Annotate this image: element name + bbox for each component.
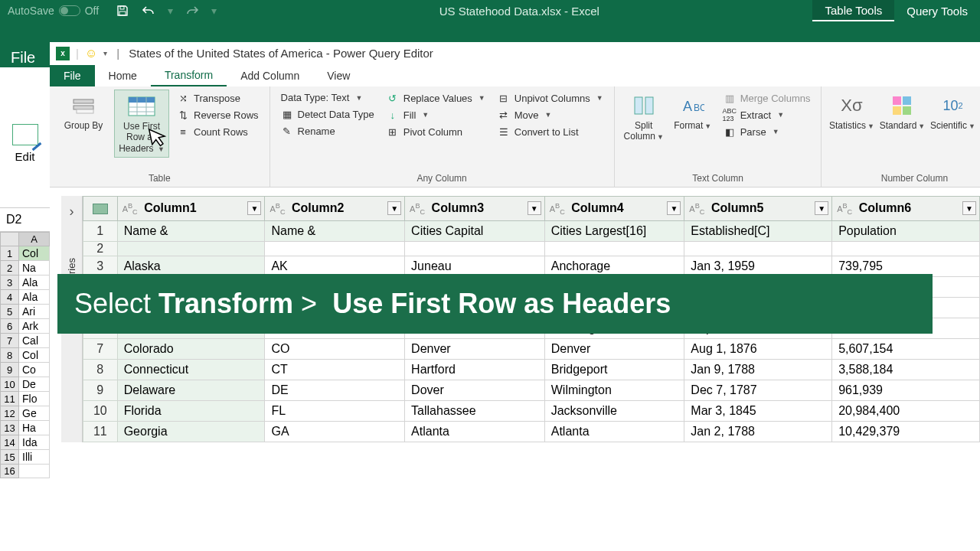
cell[interactable]: Colorado: [117, 339, 265, 360]
filter-dropdown-icon[interactable]: ▼: [528, 201, 541, 215]
tab-table-tools[interactable]: Table Tools: [812, 0, 894, 21]
count-rows-button[interactable]: ≡Count Rows: [175, 125, 260, 139]
cell[interactable]: Mar 3, 1845: [684, 401, 832, 422]
cell[interactable]: GA: [265, 422, 405, 442]
cell[interactable]: Bridgeport: [544, 360, 684, 380]
pq-tab-file[interactable]: File: [50, 65, 95, 86]
table-row[interactable]: 2: [83, 242, 980, 256]
row-number[interactable]: 7: [83, 339, 118, 360]
cell[interactable]: [405, 242, 545, 256]
column-header-1[interactable]: ABC Column1▼: [117, 197, 265, 221]
feedback-icon[interactable]: ☺: [85, 47, 97, 60]
row-number[interactable]: 9: [83, 380, 118, 401]
cell[interactable]: [832, 242, 980, 256]
tab-query-tools[interactable]: Query Tools: [894, 0, 980, 21]
format-button[interactable]: ABC Format▼: [670, 90, 716, 134]
cell[interactable]: Atlanta: [405, 422, 545, 442]
data-type-button[interactable]: Data Type: Text▼: [279, 91, 376, 104]
scientific-button[interactable]: 102 Scientific▼: [929, 90, 976, 134]
table-row[interactable]: 7ColoradoCODenverDenverAug 1, 18765,607,…: [83, 339, 980, 360]
cell[interactable]: Atlanta: [544, 422, 684, 442]
cell[interactable]: Wilmington: [544, 380, 684, 401]
cell[interactable]: 5,607,154: [832, 339, 980, 360]
cell[interactable]: 20,984,400: [832, 401, 980, 422]
cell[interactable]: Jan 2, 1788: [684, 422, 832, 442]
qat-dropdown-icon[interactable]: ▾: [211, 5, 217, 17]
rename-button[interactable]: ✎Rename: [279, 124, 376, 138]
filter-dropdown-icon[interactable]: ▼: [667, 201, 681, 215]
table-row[interactable]: 1Name &Name &Cities CapitalCities Larges…: [83, 221, 980, 242]
cell[interactable]: 10,429,379: [832, 422, 980, 442]
filter-dropdown-icon[interactable]: ▼: [815, 201, 828, 215]
name-box[interactable]: D2: [0, 207, 50, 232]
pivot-column-button[interactable]: ⊞Pivot Column: [385, 125, 487, 139]
cell[interactable]: Denver: [405, 339, 545, 360]
pq-tab-add-column[interactable]: Add Column: [227, 65, 313, 86]
column-header-3[interactable]: ABC Column3▼: [405, 197, 545, 221]
cell[interactable]: Jan 9, 1788: [684, 360, 832, 380]
cell[interactable]: Cities Largest[16]: [544, 221, 684, 242]
autosave-toggle[interactable]: AutoSave Off: [0, 5, 106, 17]
undo-icon[interactable]: [142, 4, 155, 18]
replace-values-button[interactable]: ↺Replace Values▼: [385, 91, 487, 105]
cell[interactable]: Population: [832, 221, 980, 242]
filter-dropdown-icon[interactable]: ▼: [387, 201, 401, 215]
table-row[interactable]: 11GeorgiaGAAtlantaAtlantaJan 2, 178810,4…: [83, 422, 980, 442]
cell[interactable]: 961,939: [832, 380, 980, 401]
cell[interactable]: Denver: [544, 339, 684, 360]
statistics-button[interactable]: Χσ Statistics▼: [828, 90, 875, 134]
cell[interactable]: Jacksonville: [544, 401, 684, 422]
detect-data-type-button[interactable]: ▦Detect Data Type: [279, 107, 376, 121]
cell[interactable]: Florida: [117, 401, 265, 422]
cell[interactable]: [544, 242, 684, 256]
cell[interactable]: Tallahassee: [405, 401, 545, 422]
row-number[interactable]: 10: [83, 401, 118, 422]
chevron-right-icon[interactable]: ›: [70, 204, 74, 220]
cell[interactable]: Dec 7, 1787: [684, 380, 832, 401]
redo-icon[interactable]: [185, 4, 199, 18]
column-header-5[interactable]: ABC Column5▼: [684, 197, 832, 221]
table-row[interactable]: 8ConnecticutCTHartfordBridgeportJan 9, 1…: [83, 360, 980, 380]
table-row[interactable]: 9DelawareDEDoverWilmingtonDec 7, 1787961…: [83, 380, 980, 401]
transpose-button[interactable]: ⤭Transpose: [175, 91, 260, 105]
fill-button[interactable]: ↓Fill▼: [385, 108, 487, 122]
cell[interactable]: Cities Capital: [405, 221, 545, 242]
cell[interactable]: Georgia: [117, 422, 265, 442]
standard-button[interactable]: Standard▼: [878, 90, 926, 134]
cell[interactable]: [684, 242, 832, 256]
reverse-rows-button[interactable]: ⇅Reverse Rows: [175, 108, 260, 122]
parse-button[interactable]: ◧Parse▼: [722, 125, 812, 139]
cell[interactable]: Name &: [265, 221, 405, 242]
table-row[interactable]: 10FloridaFLTallahasseeJacksonvilleMar 3,…: [83, 401, 980, 422]
column-header-4[interactable]: ABC Column4▼: [544, 197, 684, 221]
row-number[interactable]: 11: [83, 422, 118, 442]
cell[interactable]: FL: [265, 401, 405, 422]
save-icon[interactable]: [116, 4, 129, 18]
filter-dropdown-icon[interactable]: ▼: [962, 201, 976, 215]
row-number[interactable]: 1: [83, 221, 118, 242]
cell[interactable]: CO: [265, 339, 405, 360]
unpivot-columns-button[interactable]: ⊟Unpivot Columns▼: [496, 91, 605, 105]
dropdown-icon[interactable]: ▾: [103, 49, 107, 57]
select-all-corner[interactable]: [83, 197, 118, 221]
cell[interactable]: CT: [265, 360, 405, 380]
merge-columns-button[interactable]: ▥Merge Columns: [722, 91, 812, 105]
cell[interactable]: Name &: [117, 221, 265, 242]
cell[interactable]: Aug 1, 1876: [684, 339, 832, 360]
cell[interactable]: DE: [265, 380, 405, 401]
move-button[interactable]: ⇄Move▼: [496, 108, 605, 122]
row-number[interactable]: 8: [83, 360, 118, 380]
cell[interactable]: [117, 242, 265, 256]
filter-dropdown-icon[interactable]: ▼: [247, 201, 261, 215]
column-header[interactable]: A: [19, 233, 50, 246]
pq-tab-home[interactable]: Home: [95, 65, 151, 86]
group-by-button[interactable]: Group By: [56, 90, 111, 134]
cell[interactable]: [265, 242, 405, 256]
column-header-6[interactable]: ABC Column6▼: [832, 197, 980, 221]
split-column-button[interactable]: Split Column▼: [621, 90, 667, 145]
convert-to-list-button[interactable]: ☰Convert to List: [496, 125, 605, 139]
edit-label[interactable]: Edit: [0, 150, 50, 163]
cell[interactable]: 3,588,184: [832, 360, 980, 380]
column-header-2[interactable]: ABC Column2▼: [265, 197, 405, 221]
pq-tab-view[interactable]: View: [313, 65, 364, 86]
